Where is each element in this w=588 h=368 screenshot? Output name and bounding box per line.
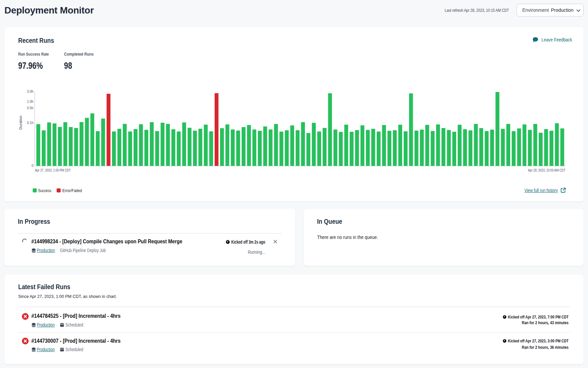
svg-text:0.1h: 0.1h xyxy=(27,121,33,125)
svg-text:Duration: Duration xyxy=(19,116,23,130)
svg-text:1.0h: 1.0h xyxy=(27,100,33,103)
svg-text:Apr 28, 2023, 10:00 AM CDT: Apr 28, 2023, 10:00 AM CDT xyxy=(528,168,565,172)
svg-text:0: 0 xyxy=(32,164,34,167)
svg-text:0.5h: 0.5h xyxy=(27,106,33,110)
svg-text:Apr 27, 2023, 1:00 PM CDT: Apr 27, 2023, 1:00 PM CDT xyxy=(35,168,71,172)
svg-text:3.0h: 3.0h xyxy=(27,90,33,93)
